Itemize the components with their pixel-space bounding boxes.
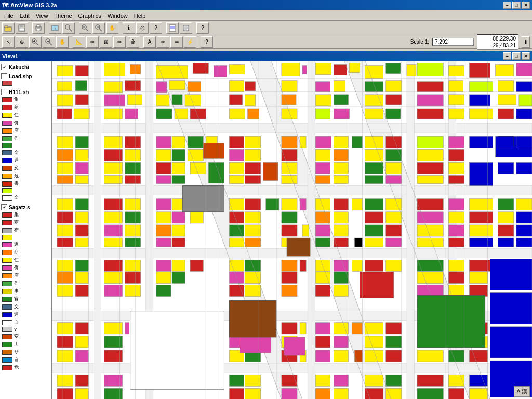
print-preview-button[interactable]: [180, 22, 192, 34]
svg-rect-147: [57, 149, 73, 161]
li-14: 文: [1, 194, 50, 202]
svg-rect-162: [448, 149, 464, 161]
view-maximize-button[interactable]: □: [512, 52, 521, 60]
s8: [2, 150, 12, 155]
menu-edit[interactable]: Edit: [17, 11, 33, 20]
table-tool[interactable]: ⊞: [100, 36, 112, 48]
s3: [2, 113, 12, 118]
svg-rect-163: [57, 162, 73, 174]
title-bar-left: 🗺 ArcView GIS 3.2a: [2, 2, 57, 9]
svg-rect-244: [125, 225, 141, 236]
svg-rect-251: [315, 225, 330, 236]
print-button[interactable]: [32, 22, 45, 34]
svg-rect-36: [52, 123, 532, 132]
save-button[interactable]: [16, 22, 28, 34]
s14: [2, 195, 12, 201]
app-title: ArcView GIS 3.2a: [10, 2, 57, 8]
add-theme-button[interactable]: +: [49, 22, 61, 34]
scale-input[interactable]: 7,292: [432, 38, 474, 46]
edit2-tool[interactable]: ✏: [157, 36, 169, 48]
svg-rect-173: [263, 162, 278, 180]
identify-button[interactable]: ℹ: [123, 22, 135, 34]
svg-rect-198: [448, 176, 464, 184]
svg-rect-325: [245, 285, 261, 296]
svg-rect-76: [282, 81, 297, 92]
svg-rect-148: [75, 149, 88, 161]
load-checkbox[interactable]: [1, 73, 7, 79]
kakuchi-checkbox[interactable]: ✓: [1, 64, 7, 70]
sagatz-checkbox[interactable]: ✓: [1, 204, 7, 210]
delete-tool[interactable]: 🗑: [127, 36, 139, 48]
maximize-coords-button[interactable]: ⬆: [522, 36, 530, 48]
layout-button[interactable]: [166, 22, 179, 34]
svg-rect-204: [156, 199, 171, 210]
zoom-out-tool[interactable]: [43, 36, 55, 48]
menu-theme[interactable]: Theme: [51, 11, 75, 20]
vertex-edit-tool[interactable]: ⊕: [16, 36, 28, 48]
svg-rect-308: [125, 272, 141, 283]
h111-checkbox[interactable]: [1, 89, 7, 95]
svg-rect-297: [469, 260, 493, 271]
zoom-in-button[interactable]: [79, 22, 91, 34]
pan-button[interactable]: ✋: [106, 22, 118, 34]
svg-rect-62: [417, 63, 443, 76]
menu-graphics[interactable]: Graphics: [75, 11, 104, 20]
menu-view[interactable]: View: [33, 11, 51, 20]
app-maximize-button[interactable]: □: [512, 2, 521, 9]
svg-rect-412: [182, 186, 224, 212]
view-close-button[interactable]: ✕: [522, 52, 530, 60]
svg-rect-393: [245, 388, 261, 399]
menu-help[interactable]: Help: [131, 11, 149, 20]
map-area[interactable]: A 漢: [52, 61, 532, 399]
find-button[interactable]: [62, 22, 75, 34]
svg-rect-146: [516, 136, 532, 148]
clear-tool[interactable]: ✏: [113, 36, 126, 48]
svg-rect-209: [266, 199, 279, 210]
svg-rect-177: [365, 162, 383, 174]
help2-button[interactable]: ?: [201, 36, 213, 48]
svg-rect-234: [365, 212, 383, 223]
svg-rect-331: [469, 285, 487, 296]
ime-indicator[interactable]: A 漢: [514, 386, 530, 397]
draw-tool[interactable]: ✏: [86, 36, 99, 48]
open-button[interactable]: [2, 22, 15, 34]
menu-window[interactable]: Window: [104, 11, 131, 20]
app-close-button[interactable]: ✕: [522, 2, 530, 9]
svg-rect-269: [315, 238, 330, 247]
svg-rect-380: [245, 375, 261, 386]
zoom-in-tool[interactable]: [29, 36, 42, 48]
svg-rect-257: [469, 225, 493, 236]
legend-group-kakuchi: ✓ Kakuchi: [1, 63, 50, 71]
svg-rect-106: [74, 109, 89, 119]
svg-rect-249: [282, 225, 297, 236]
pan-tool[interactable]: ✋: [56, 36, 69, 48]
measure-tool[interactable]: 📐: [73, 36, 85, 48]
svg-rect-354: [315, 336, 330, 348]
svg-rect-306: [75, 272, 88, 283]
help-button[interactable]: ?: [196, 22, 209, 34]
select-button[interactable]: ◎: [136, 22, 149, 34]
svg-rect-285: [190, 260, 203, 271]
svg-rect-397: [365, 388, 383, 399]
svg-rect-44: [407, 61, 414, 399]
query-button[interactable]: ?: [150, 22, 162, 34]
svg-rect-60: [386, 63, 401, 74]
text-tool[interactable]: A: [143, 36, 156, 48]
line-tool[interactable]: ═: [170, 36, 183, 48]
view-container: View1 – □ ✕ ✓ Kakuchi Load.shp: [0, 51, 532, 399]
lightning-tool[interactable]: ⚡: [184, 36, 196, 48]
menu-file[interactable]: File: [1, 11, 17, 20]
s13: [2, 188, 12, 193]
s12: [2, 181, 12, 187]
li-13: [1, 188, 50, 194]
svg-rect-55: [302, 66, 307, 74]
svg-rect-372: [386, 350, 402, 362]
app-minimize-button[interactable]: –: [503, 2, 511, 9]
zoom-out-button[interactable]: [92, 22, 105, 34]
svg-rect-101: [448, 95, 464, 105]
svg-rect-328: [334, 285, 348, 296]
pointer-tool[interactable]: ↖: [2, 36, 15, 48]
svg-rect-220: [498, 199, 514, 210]
view-minimize-button[interactable]: –: [503, 52, 511, 60]
svg-rect-58: [349, 63, 360, 73]
